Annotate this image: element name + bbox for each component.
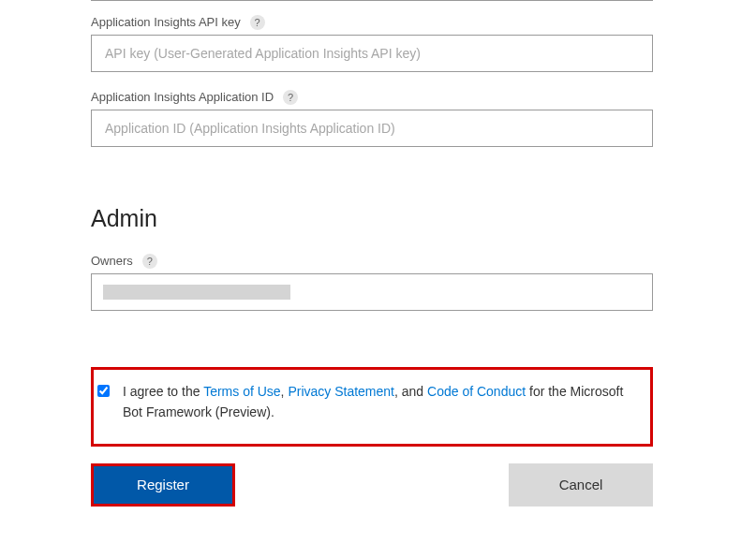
agreement-sep2: , and [394, 384, 427, 399]
help-icon[interactable]: ? [142, 254, 157, 269]
owner-chip [103, 285, 290, 300]
cancel-button[interactable]: Cancel [509, 463, 653, 507]
owners-input[interactable] [91, 273, 653, 311]
privacy-link[interactable]: Privacy Statement [288, 384, 394, 399]
terms-link[interactable]: Terms of Use [203, 384, 280, 399]
register-highlight: Register [91, 463, 235, 507]
help-icon[interactable]: ? [250, 15, 265, 30]
agree-checkbox[interactable] [97, 385, 110, 397]
admin-heading: Admin [91, 205, 653, 232]
register-button[interactable]: Register [94, 466, 232, 504]
agreement-section: I agree to the Terms of Use, Privacy Sta… [91, 367, 653, 447]
api-key-input[interactable] [91, 35, 653, 72]
previous-field-bottom-edge [91, 0, 653, 1]
agreement-pre: I agree to the [123, 384, 203, 399]
agreement-text: I agree to the Terms of Use, Privacy Sta… [123, 381, 628, 423]
api-key-label: Application Insights API key [91, 15, 241, 29]
app-id-label: Application Insights Application ID [91, 90, 274, 104]
help-icon[interactable]: ? [283, 90, 298, 105]
conduct-link[interactable]: Code of Conduct [427, 384, 526, 399]
action-buttons: Register Cancel [91, 463, 653, 507]
app-id-input[interactable] [91, 110, 653, 147]
owners-label: Owners [91, 254, 133, 268]
